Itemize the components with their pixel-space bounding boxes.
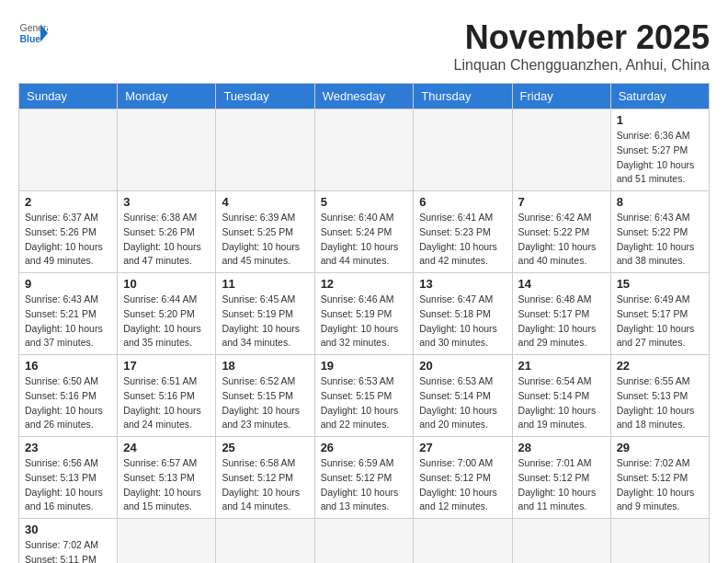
weekday-header-tuesday: Tuesday — [216, 84, 314, 109]
day-number: 23 — [25, 441, 111, 454]
day-number: 1 — [617, 113, 703, 127]
day-cell — [512, 109, 610, 191]
day-info: Sunrise: 6:55 AMSunset: 5:13 PMDaylight:… — [617, 374, 703, 432]
day-number: 17 — [123, 359, 210, 373]
day-info: Sunrise: 6:38 AMSunset: 5:26 PMDaylight:… — [123, 211, 210, 269]
day-cell — [216, 109, 314, 191]
day-cell: 27Sunrise: 7:00 AMSunset: 5:12 PMDayligh… — [414, 437, 512, 519]
day-info: Sunrise: 6:49 AMSunset: 5:17 PMDaylight:… — [617, 293, 703, 350]
day-number: 11 — [222, 277, 308, 291]
day-cell: 20Sunrise: 6:53 AMSunset: 5:14 PMDayligh… — [414, 355, 512, 437]
day-number: 21 — [518, 359, 605, 373]
day-info: Sunrise: 6:52 AMSunset: 5:15 PMDaylight:… — [222, 374, 308, 432]
day-cell: 4Sunrise: 6:39 AMSunset: 5:25 PMDaylight… — [216, 191, 314, 273]
svg-text:Blue: Blue — [20, 34, 41, 44]
day-info: Sunrise: 6:42 AMSunset: 5:22 PMDaylight:… — [518, 211, 605, 269]
header: General Blue November 2025 Linquan Cheng… — [18, 18, 710, 74]
day-cell: 24Sunrise: 6:57 AMSunset: 5:13 PMDayligh… — [118, 437, 216, 519]
day-cell: 14Sunrise: 6:48 AMSunset: 5:17 PMDayligh… — [512, 273, 610, 355]
day-cell: 16Sunrise: 6:50 AMSunset: 5:16 PMDayligh… — [19, 355, 118, 437]
day-number: 19 — [321, 359, 408, 373]
day-info: Sunrise: 7:02 AMSunset: 5:11 PMDaylight:… — [25, 538, 111, 563]
day-number: 28 — [518, 441, 605, 454]
weekday-header-sunday: Sunday — [19, 84, 118, 109]
day-info: Sunrise: 6:50 AMSunset: 5:16 PMDaylight:… — [25, 374, 111, 432]
day-cell: 23Sunrise: 6:56 AMSunset: 5:13 PMDayligh… — [19, 437, 118, 519]
day-cell — [314, 519, 414, 564]
day-cell: 15Sunrise: 6:49 AMSunset: 5:17 PMDayligh… — [610, 273, 709, 355]
day-number: 20 — [419, 359, 506, 373]
day-info: Sunrise: 6:41 AMSunset: 5:23 PMDaylight:… — [419, 211, 506, 269]
day-info: Sunrise: 6:59 AMSunset: 5:12 PMDaylight:… — [321, 456, 408, 514]
day-number: 22 — [617, 359, 703, 373]
day-number: 3 — [123, 195, 210, 209]
logo: General Blue — [18, 18, 48, 48]
day-cell: 19Sunrise: 6:53 AMSunset: 5:15 PMDayligh… — [314, 355, 414, 437]
day-number: 9 — [25, 277, 111, 291]
day-cell: 30Sunrise: 7:02 AMSunset: 5:11 PMDayligh… — [19, 519, 118, 564]
day-cell: 2Sunrise: 6:37 AMSunset: 5:26 PMDaylight… — [19, 191, 118, 273]
day-info: Sunrise: 6:53 AMSunset: 5:14 PMDaylight:… — [419, 374, 506, 432]
day-cell: 8Sunrise: 6:43 AMSunset: 5:22 PMDaylight… — [610, 191, 709, 273]
day-info: Sunrise: 6:46 AMSunset: 5:19 PMDaylight:… — [321, 293, 408, 350]
day-cell: 21Sunrise: 6:54 AMSunset: 5:14 PMDayligh… — [512, 355, 610, 437]
day-cell — [414, 109, 512, 191]
day-info: Sunrise: 6:57 AMSunset: 5:13 PMDaylight:… — [123, 456, 210, 514]
day-number: 18 — [222, 359, 308, 373]
day-cell: 1Sunrise: 6:36 AMSunset: 5:27 PMDaylight… — [610, 109, 709, 191]
day-info: Sunrise: 6:36 AMSunset: 5:27 PMDaylight:… — [617, 129, 703, 187]
weekday-header-friday: Friday — [512, 84, 610, 109]
month-title: November 2025 — [454, 18, 710, 57]
day-cell: 26Sunrise: 6:59 AMSunset: 5:12 PMDayligh… — [314, 437, 414, 519]
day-cell: 13Sunrise: 6:47 AMSunset: 5:18 PMDayligh… — [414, 273, 512, 355]
day-cell: 28Sunrise: 7:01 AMSunset: 5:12 PMDayligh… — [512, 437, 610, 519]
weekday-header-wednesday: Wednesday — [314, 84, 414, 109]
day-number: 30 — [25, 523, 111, 536]
day-info: Sunrise: 7:00 AMSunset: 5:12 PMDaylight:… — [419, 456, 506, 514]
day-cell — [610, 519, 709, 564]
day-cell: 10Sunrise: 6:44 AMSunset: 5:20 PMDayligh… — [118, 273, 216, 355]
day-cell: 5Sunrise: 6:40 AMSunset: 5:24 PMDaylight… — [314, 191, 414, 273]
day-info: Sunrise: 6:54 AMSunset: 5:14 PMDaylight:… — [518, 374, 605, 432]
weekday-header-row: SundayMondayTuesdayWednesdayThursdayFrid… — [19, 84, 710, 109]
weekday-header-monday: Monday — [118, 84, 216, 109]
day-info: Sunrise: 6:48 AMSunset: 5:17 PMDaylight:… — [518, 293, 605, 350]
day-info: Sunrise: 6:37 AMSunset: 5:26 PMDaylight:… — [25, 211, 111, 269]
day-cell: 29Sunrise: 7:02 AMSunset: 5:12 PMDayligh… — [610, 437, 709, 519]
day-info: Sunrise: 6:51 AMSunset: 5:16 PMDaylight:… — [123, 374, 210, 432]
day-info: Sunrise: 6:43 AMSunset: 5:22 PMDaylight:… — [617, 211, 703, 269]
day-cell: 6Sunrise: 6:41 AMSunset: 5:23 PMDaylight… — [414, 191, 512, 273]
day-info: Sunrise: 7:01 AMSunset: 5:12 PMDaylight:… — [518, 456, 605, 514]
day-cell — [216, 519, 314, 564]
day-number: 15 — [617, 277, 703, 291]
day-info: Sunrise: 6:39 AMSunset: 5:25 PMDaylight:… — [222, 211, 308, 269]
day-number: 29 — [617, 441, 703, 454]
day-info: Sunrise: 6:44 AMSunset: 5:20 PMDaylight:… — [123, 293, 210, 350]
week-row-1: 2Sunrise: 6:37 AMSunset: 5:26 PMDaylight… — [19, 191, 710, 273]
day-cell: 25Sunrise: 6:58 AMSunset: 5:12 PMDayligh… — [216, 437, 314, 519]
day-info: Sunrise: 7:02 AMSunset: 5:12 PMDaylight:… — [617, 456, 703, 514]
day-info: Sunrise: 6:47 AMSunset: 5:18 PMDaylight:… — [419, 293, 506, 350]
day-number: 25 — [222, 441, 308, 454]
day-cell — [118, 519, 216, 564]
week-row-4: 23Sunrise: 6:56 AMSunset: 5:13 PMDayligh… — [19, 437, 710, 519]
title-area: November 2025 Linquan Chengguanzhen, Anh… — [454, 18, 710, 74]
day-number: 10 — [123, 277, 210, 291]
day-number: 4 — [222, 195, 308, 209]
day-info: Sunrise: 6:58 AMSunset: 5:12 PMDaylight:… — [222, 456, 308, 514]
day-number: 7 — [518, 195, 605, 209]
day-cell: 7Sunrise: 6:42 AMSunset: 5:22 PMDaylight… — [512, 191, 610, 273]
day-info: Sunrise: 6:40 AMSunset: 5:24 PMDaylight:… — [321, 211, 408, 269]
day-number: 13 — [419, 277, 506, 291]
day-number: 14 — [518, 277, 605, 291]
weekday-header-saturday: Saturday — [610, 84, 709, 109]
week-row-2: 9Sunrise: 6:43 AMSunset: 5:21 PMDaylight… — [19, 273, 710, 355]
day-cell: 12Sunrise: 6:46 AMSunset: 5:19 PMDayligh… — [314, 273, 414, 355]
day-number: 12 — [321, 277, 408, 291]
day-number: 27 — [419, 441, 506, 454]
location: Linquan Chengguanzhen, Anhui, China — [454, 57, 710, 74]
logo-icon: General Blue — [18, 18, 48, 48]
day-cell — [118, 109, 216, 191]
day-info: Sunrise: 6:56 AMSunset: 5:13 PMDaylight:… — [25, 456, 111, 514]
day-info: Sunrise: 6:45 AMSunset: 5:19 PMDaylight:… — [222, 293, 308, 350]
